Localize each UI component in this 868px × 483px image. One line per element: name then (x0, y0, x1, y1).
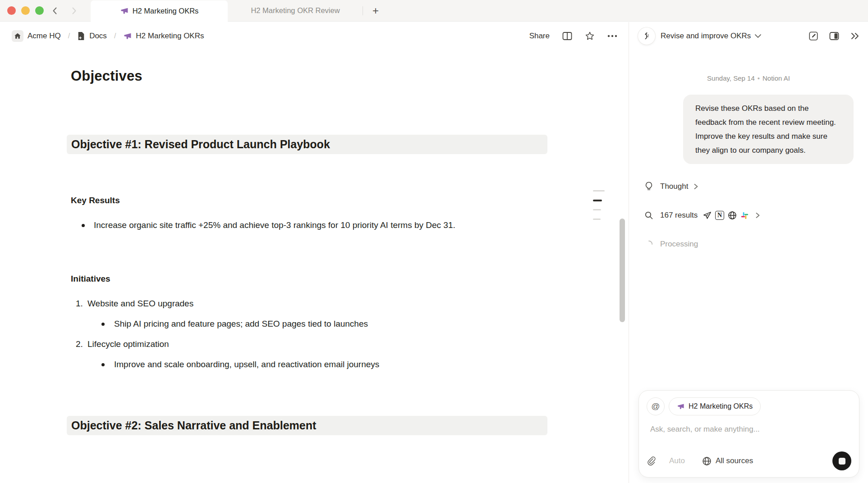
search-icon (643, 211, 654, 220)
list-item-text: Ship AI pricing and feature pages; add S… (114, 316, 368, 332)
sources-label: All sources (716, 456, 753, 465)
chevron-right-icon (693, 183, 698, 190)
breadcrumb-separator: / (114, 32, 116, 40)
compose-icon (808, 31, 818, 41)
more-options-button[interactable] (607, 35, 617, 37)
zoom-window-button[interactable] (35, 6, 44, 15)
chat-date-line: Sunday, Sep 14•Notion AI (629, 74, 868, 82)
list-item-text: Lifecycle optimization (87, 336, 169, 352)
breadcrumb-item-acme-hq[interactable]: Acme HQ (9, 28, 64, 44)
megaphone-icon (677, 403, 684, 410)
favorite-button[interactable] (585, 31, 595, 41)
breadcrumb-label: Acme HQ (28, 32, 61, 41)
processing-step: Processing (643, 237, 868, 251)
sidebar-panel-icon (829, 32, 839, 41)
stop-generation-button[interactable] (832, 451, 851, 470)
tab-h2-marketing-okr-review[interactable]: H2 Marketing OKR Review (228, 0, 363, 22)
send-source-icon (703, 211, 712, 220)
ai-panel-header: Revise and improve OKRs (629, 22, 868, 50)
share-button[interactable]: Share (529, 32, 550, 41)
close-window-button[interactable] (7, 6, 16, 15)
vertical-scrollbar[interactable] (620, 219, 625, 322)
ai-thread-title[interactable]: Revise and improve OKRs (661, 32, 751, 41)
tab-label: H2 Marketing OKR Review (251, 6, 340, 15)
double-chevron-right-icon (850, 32, 860, 40)
list-item: Ship AI pricing and feature pages; add S… (71, 316, 548, 332)
user-message-bubble: Revise these OKRs based on the feedback … (683, 95, 854, 164)
search-results-step[interactable]: 167 results N (643, 208, 868, 223)
objective-1-heading[interactable]: Objective #1: Revised Product Launch Pla… (67, 135, 547, 154)
ai-panel: Revise and improve OKRs Sunday, Sep 14•N… (629, 22, 868, 483)
page-title: Objectives (71, 68, 548, 84)
list-item-text: Website and SEO upgrades (87, 296, 193, 312)
megaphone-icon (120, 7, 129, 15)
list-number: 2. (71, 336, 87, 352)
spinner-icon (643, 240, 654, 248)
toc-dash[interactable] (593, 219, 601, 220)
list-item-text: Increase organic site traffic +25% and a… (94, 217, 520, 233)
paperclip-icon (647, 456, 656, 466)
forward-button[interactable] (66, 3, 82, 18)
breadcrumb-item-h2-marketing-okrs[interactable]: H2 Marketing OKRs (120, 30, 207, 42)
thought-step[interactable]: Thought (643, 179, 868, 194)
breadcrumb: Acme HQ / Docs / H2 Marketing OKRs (9, 28, 207, 44)
new-chat-button[interactable] (808, 31, 818, 41)
home-icon (12, 30, 23, 42)
window-controls (7, 6, 44, 15)
chat-date: Sunday, Sep 14 (707, 74, 755, 82)
split-view-button[interactable] (562, 32, 572, 41)
chevron-left-icon (51, 6, 60, 15)
tab-h2-marketing-okrs[interactable]: H2 Marketing OKRs (91, 0, 228, 22)
header-actions: Share (529, 31, 617, 41)
notion-ai-face-icon (638, 27, 655, 45)
context-chip[interactable]: H2 Marketing OKRs (669, 397, 761, 415)
mode-selector[interactable]: Auto (669, 456, 685, 465)
globe-icon (702, 456, 712, 466)
agent-steps: Thought 167 results N Processing (643, 179, 868, 251)
document-canvas: Objectives Objective #1: Revised Product… (0, 50, 629, 483)
split-view-icon (562, 32, 572, 41)
objective-2-heading[interactable]: Objective #2: Sales Narrative and Enable… (67, 416, 547, 435)
tab-label: H2 Marketing OKRs (133, 7, 199, 15)
toc-dash[interactable] (593, 190, 605, 191)
notion-window: H2 Marketing OKRs H2 Marketing OKR Revie… (0, 0, 868, 483)
ai-composer[interactable]: @ H2 Marketing OKRs Ask, search, or make… (638, 390, 859, 478)
toc-dash[interactable] (593, 209, 601, 210)
breadcrumb-separator: / (68, 32, 70, 40)
new-tab-button[interactable]: + (367, 2, 385, 20)
at-icon: @ (651, 401, 660, 411)
bullet-icon (82, 224, 85, 227)
attach-button[interactable] (647, 456, 656, 466)
date-separator: • (758, 74, 760, 82)
stop-icon (839, 458, 845, 465)
document-header: Acme HQ / Docs / H2 Marketing OKRs Share (0, 22, 629, 50)
document-page-icon (77, 32, 85, 41)
back-button[interactable] (47, 3, 63, 18)
breadcrumb-item-docs[interactable]: Docs (74, 30, 110, 42)
ellipsis-icon (607, 35, 617, 37)
collapse-panel-button[interactable] (850, 32, 860, 40)
sources-selector[interactable]: All sources (702, 456, 753, 466)
plus-icon: + (372, 5, 379, 17)
list-item-text: Improve and scale onboarding, upsell, an… (114, 356, 379, 373)
minimize-window-button[interactable] (21, 6, 30, 15)
lightbulb-icon (643, 182, 654, 191)
slack-logo-icon (740, 211, 749, 220)
panel-toggle-button[interactable] (829, 32, 839, 41)
composer-input[interactable]: Ask, search, or make anything... (650, 425, 851, 434)
breadcrumb-label: Docs (89, 32, 107, 41)
context-chip-label: H2 Marketing OKRs (689, 402, 753, 410)
chevron-right-icon (69, 6, 78, 15)
thread-switcher-button[interactable] (754, 34, 762, 38)
notion-logo-icon: N (715, 211, 724, 220)
list-item: Improve and scale onboarding, upsell, an… (71, 356, 548, 373)
tab-bar: H2 Marketing OKRs H2 Marketing OKR Revie… (0, 0, 868, 22)
megaphone-icon (123, 32, 132, 41)
mention-button[interactable]: @ (647, 397, 665, 415)
key-results-list: Increase organic site traffic +25% and a… (71, 217, 548, 233)
toc-dash-active[interactable] (593, 200, 602, 201)
table-of-contents-indicator[interactable] (593, 190, 606, 228)
chevron-right-icon (755, 212, 760, 219)
initiatives-heading: Initiatives (71, 274, 548, 284)
chevron-down-icon (754, 34, 762, 38)
